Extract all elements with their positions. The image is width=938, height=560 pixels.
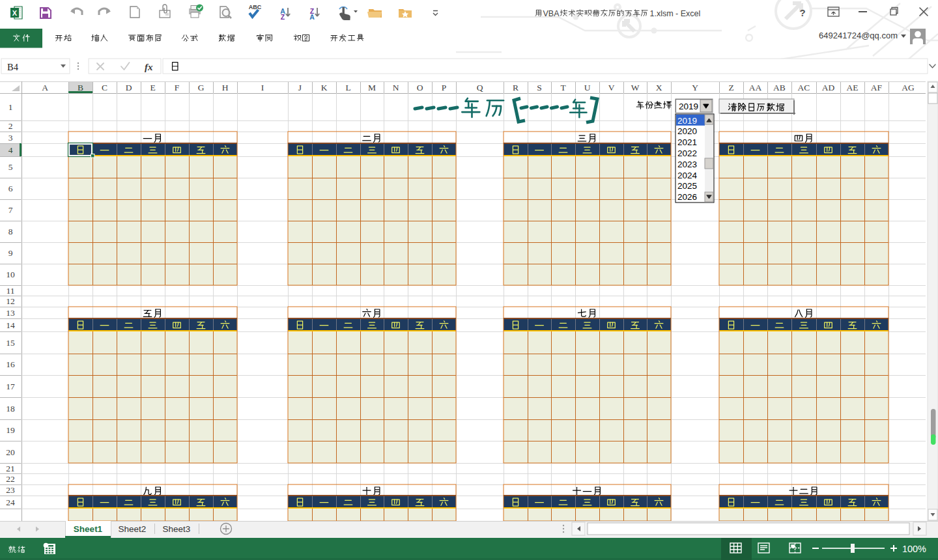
svg-text:14: 14	[6, 320, 15, 330]
svg-text:1: 1	[8, 102, 13, 112]
svg-text:R: R	[513, 83, 519, 92]
svg-text:100%: 100%	[902, 544, 926, 554]
svg-text:Z: Z	[728, 83, 733, 92]
svg-text:AB: AB	[773, 83, 786, 92]
svg-text:Q: Q	[477, 83, 483, 92]
svg-text:2021: 2021	[677, 137, 697, 147]
svg-text:fx: fx	[145, 62, 153, 72]
svg-text:1.xlsm - Excel: 1.xlsm - Excel	[650, 9, 701, 18]
svg-text:M: M	[368, 83, 376, 92]
svg-text:2025: 2025	[677, 181, 697, 191]
svg-text:B4: B4	[7, 62, 19, 72]
svg-text:G: G	[198, 83, 205, 92]
svg-text:19: 19	[6, 425, 15, 435]
svg-text:8: 8	[8, 227, 13, 236]
svg-text:AG: AG	[902, 83, 915, 92]
svg-text:AF: AF	[871, 83, 883, 92]
svg-text:E: E	[150, 83, 155, 92]
svg-text:Sheet3: Sheet3	[163, 524, 191, 534]
svg-text:I: I	[261, 83, 264, 92]
svg-text:2: 2	[8, 121, 13, 131]
svg-text:X: X	[12, 9, 18, 17]
svg-text:AE: AE	[847, 83, 859, 92]
svg-text:D: D	[126, 83, 132, 92]
svg-text:2019: 2019	[677, 116, 697, 126]
svg-text:9: 9	[8, 248, 13, 258]
svg-text:ABC: ABC	[249, 4, 262, 10]
svg-text:22: 22	[6, 474, 15, 484]
svg-text:21: 21	[6, 464, 15, 473]
svg-text:2020: 2020	[677, 126, 697, 136]
svg-text:Sheet1: Sheet1	[74, 524, 103, 534]
svg-text:15: 15	[6, 338, 15, 348]
svg-text:7: 7	[8, 205, 13, 215]
svg-text:649241724@qq.com: 649241724@qq.com	[819, 31, 898, 40]
svg-text:2026: 2026	[677, 192, 697, 202]
svg-text:3: 3	[8, 133, 13, 143]
svg-text:11: 11	[7, 286, 15, 296]
svg-text:N: N	[393, 83, 399, 92]
svg-text:V: V	[608, 83, 615, 92]
svg-text:T: T	[560, 83, 566, 92]
svg-text:18: 18	[6, 404, 15, 413]
svg-text:12: 12	[6, 296, 15, 306]
svg-text:A: A	[42, 83, 48, 92]
svg-text:Z: Z	[281, 13, 285, 21]
svg-text:P: P	[442, 83, 447, 92]
svg-text:2022: 2022	[677, 148, 697, 158]
svg-text:W: W	[631, 83, 640, 92]
svg-text:23: 23	[6, 485, 15, 495]
svg-text:VBA: VBA	[543, 9, 560, 18]
svg-text:?: ?	[799, 7, 805, 18]
svg-text:H: H	[222, 83, 229, 92]
svg-text:O: O	[417, 83, 423, 92]
svg-text:13: 13	[6, 308, 15, 318]
svg-text:17: 17	[6, 382, 15, 391]
svg-text:4: 4	[8, 145, 13, 155]
svg-text:20: 20	[6, 447, 15, 457]
svg-text:A: A	[309, 13, 315, 21]
svg-text:Y: Y	[692, 83, 698, 92]
svg-text:16: 16	[6, 359, 15, 369]
svg-text:6: 6	[8, 184, 13, 193]
svg-text:S: S	[537, 83, 542, 92]
svg-text:Sheet2: Sheet2	[119, 524, 147, 534]
svg-text:AA: AA	[749, 83, 762, 92]
svg-text:C: C	[102, 83, 107, 92]
svg-text:J: J	[298, 83, 302, 92]
svg-text:2019: 2019	[679, 102, 698, 111]
svg-text:AC: AC	[798, 83, 810, 92]
svg-text:U: U	[584, 83, 591, 92]
svg-text:AD: AD	[822, 83, 835, 92]
svg-text:2023: 2023	[677, 160, 697, 169]
svg-text:F: F	[175, 83, 180, 92]
svg-text:X: X	[656, 83, 662, 92]
svg-text:B: B	[78, 83, 83, 92]
svg-text:2024: 2024	[677, 171, 698, 180]
svg-text:L: L	[345, 83, 350, 92]
svg-text:K: K	[321, 83, 328, 92]
svg-text:24: 24	[6, 497, 15, 507]
svg-text:5: 5	[8, 162, 13, 172]
svg-text:10: 10	[6, 270, 15, 279]
